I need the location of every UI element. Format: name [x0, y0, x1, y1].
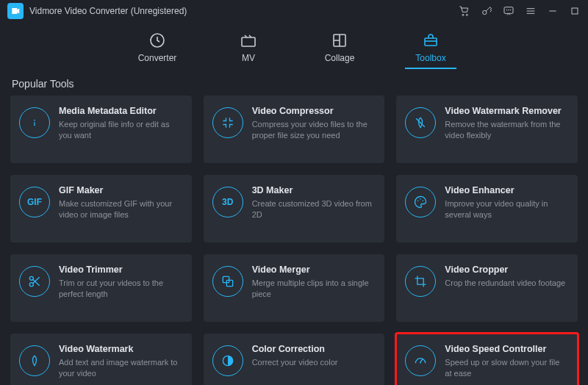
svg-point-0: [462, 14, 464, 15]
key-icon[interactable]: [481, 5, 492, 17]
tool-title: GIF Maker: [59, 185, 182, 195]
tool-desc: Crop the redundant video footage: [445, 278, 567, 289]
watermark-icon: [19, 345, 50, 376]
tool-desc: Remove the watermark from the video flex…: [445, 119, 567, 141]
tool-title: Video Watermark Remover: [445, 106, 567, 116]
svg-point-5: [509, 10, 509, 10]
section-heading: Popular Tools: [0, 69, 588, 96]
svg-point-12: [34, 120, 35, 121]
gif-icon: GIF: [19, 187, 50, 217]
palette-icon: [405, 187, 436, 217]
tool-title: Video Trimmer: [59, 265, 182, 275]
tool-video-cropper[interactable]: Video CropperCrop the redundant video fo…: [396, 254, 578, 322]
3d-icon: 3D: [212, 187, 243, 217]
tool-title: Video Enhancer: [445, 185, 567, 195]
cart-icon[interactable]: [459, 5, 470, 17]
watermark-remove-icon: [405, 107, 436, 138]
tool-desc: Trim or cut your videos to the perfect l…: [59, 278, 182, 300]
svg-point-13: [417, 201, 419, 202]
nav-tab-converter[interactable]: Converter: [132, 31, 183, 69]
tool-video-speed-controller[interactable]: Video Speed ControllerSpeed up or slow d…: [396, 334, 578, 385]
nav-label: Toolbox: [415, 53, 445, 63]
tool-title: Video Cropper: [445, 265, 567, 275]
tool-desc: Correct your video color: [252, 357, 375, 368]
nav-label: Collage: [325, 53, 355, 63]
nav-tab-collage[interactable]: Collage: [314, 31, 365, 69]
tool-3d-maker[interactable]: 3D 3D MakerCreate customized 3D video fr…: [204, 175, 385, 242]
maximize-icon[interactable]: [569, 5, 581, 17]
tool-title: 3D Maker: [252, 185, 375, 195]
color-icon: [212, 345, 243, 376]
tool-video-enhancer[interactable]: Video EnhancerImprove your video quality…: [396, 175, 578, 242]
svg-point-2: [483, 10, 487, 14]
tool-video-merger[interactable]: Video MergerMerge multiple clips into a …: [204, 254, 385, 322]
svg-point-1: [466, 14, 467, 15]
nav-label: Converter: [138, 53, 177, 63]
tool-gif-maker[interactable]: GIF GIF MakerMake customized GIF with yo…: [10, 175, 192, 242]
svg-rect-9: [242, 37, 255, 46]
tool-video-trimmer[interactable]: Video TrimmerTrim or cut your videos to …: [10, 254, 192, 322]
svg-rect-7: [572, 8, 578, 14]
tool-title: Color Correction: [252, 344, 375, 354]
tool-desc: Merge multiple clips into a single piece: [252, 278, 375, 300]
tool-desc: Compress your video files to the proper …: [252, 119, 375, 141]
nav-tab-mv[interactable]: MV: [223, 31, 274, 69]
toolbox-icon: [422, 31, 440, 50]
tool-video-watermark[interactable]: Video WatermarkAdd text and image waterm…: [10, 334, 192, 385]
menu-icon[interactable]: [525, 5, 537, 17]
tool-desc: Add text and image watermark to your vid…: [59, 357, 182, 379]
tool-desc: Improve your video quality in several wa…: [445, 198, 567, 220]
tool-color-correction[interactable]: Color CorrectionCorrect your video color: [204, 334, 385, 385]
svg-point-21: [420, 362, 421, 364]
titlebar: Vidmore Video Converter (Unregistered): [0, 0, 588, 22]
tool-desc: Create customized 3D video from 2D: [252, 198, 375, 220]
svg-point-14: [420, 198, 421, 200]
speed-icon: [405, 345, 436, 376]
tool-video-compressor[interactable]: Video CompressorCompress your video file…: [204, 96, 385, 163]
merge-icon: [212, 266, 243, 297]
svg-rect-11: [425, 38, 437, 46]
app-logo: [7, 3, 24, 19]
minimize-icon[interactable]: [547, 5, 559, 17]
tool-title: Video Merger: [252, 265, 375, 275]
top-nav: Converter MV Collage Toolbox: [0, 22, 588, 69]
svg-point-4: [506, 10, 507, 10]
mv-icon: [240, 31, 257, 50]
tool-desc: Speed up or slow down your file at ease: [445, 357, 567, 379]
crop-icon: [405, 266, 436, 297]
tool-title: Video Watermark: [59, 344, 182, 354]
tool-title: Video Compressor: [252, 106, 375, 116]
svg-point-6: [510, 10, 511, 10]
tool-desc: Make customized GIF with your video or i…: [59, 198, 182, 220]
collage-icon: [331, 31, 348, 50]
svg-point-17: [29, 283, 33, 287]
tool-desc: Keep original file info or edit as you w…: [59, 119, 182, 141]
compress-icon: [212, 107, 243, 138]
nav-label: MV: [242, 53, 255, 63]
tool-video-watermark-remover[interactable]: Video Watermark RemoverRemove the waterm…: [396, 96, 578, 163]
svg-rect-18: [223, 276, 229, 282]
svg-rect-19: [226, 280, 232, 286]
tools-grid: Media Metadata EditorKeep original file …: [0, 96, 588, 385]
converter-icon: [148, 31, 166, 50]
svg-point-15: [423, 201, 424, 202]
info-icon: [19, 107, 50, 138]
scissors-icon: [19, 266, 50, 297]
tool-title: Video Speed Controller: [445, 344, 567, 354]
feedback-icon[interactable]: [503, 5, 514, 17]
nav-tab-toolbox[interactable]: Toolbox: [405, 31, 456, 69]
tool-title: Media Metadata Editor: [59, 106, 182, 116]
svg-point-16: [29, 276, 33, 280]
tool-media-metadata-editor[interactable]: Media Metadata EditorKeep original file …: [10, 96, 192, 163]
window-title: Vidmore Video Converter (Unregistered): [29, 6, 187, 16]
